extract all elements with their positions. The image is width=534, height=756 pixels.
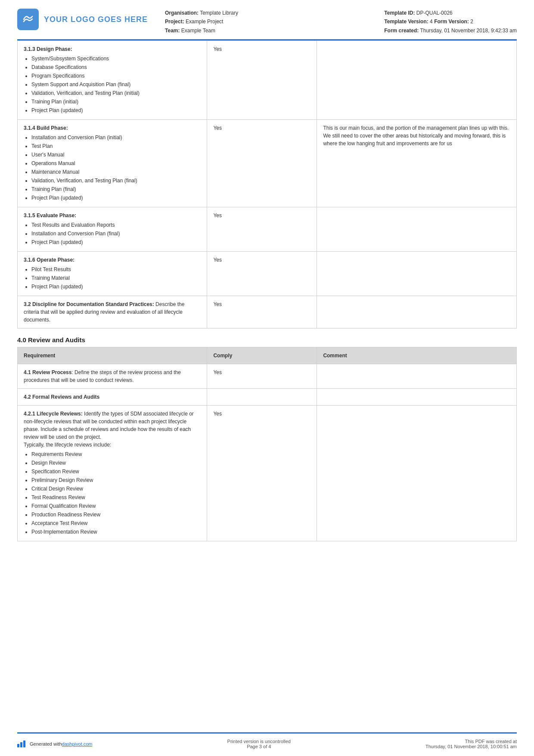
table-row: 4.2.1 Lifecycle Reviews: Identify the ty… — [18, 406, 517, 541]
table-row: 4.1 Review Process: Define the steps of … — [18, 364, 517, 389]
comply-313: Yes — [207, 41, 317, 120]
list-item: Program Specifications — [31, 72, 201, 80]
template-id-value: DP-QUAL-0026 — [416, 10, 453, 16]
phase-421-bullets: Requirements Review Design Review Specif… — [31, 450, 201, 536]
col-header-comment: Comment — [317, 347, 517, 364]
req-421-text2: Typically, the lifecycle reviews include… — [24, 442, 111, 448]
list-item: Preliminary Design Review — [31, 476, 201, 484]
logo-area: YOUR LOGO GOES HERE — [17, 9, 148, 30]
phase-315-title: 3.1.5 Evaluate Phase: — [24, 212, 201, 219]
template-id-label: Template ID: — [384, 10, 415, 16]
list-item: Post-Implementation Review — [31, 528, 201, 536]
list-item: Specification Review — [31, 468, 201, 475]
comply-32: Yes — [207, 296, 317, 328]
list-item: Critical Design Review — [31, 485, 201, 493]
list-item: Production Readiness Review — [31, 511, 201, 519]
table-row: 3.1.4 Build Phase: Installation and Conv… — [18, 120, 517, 207]
bar2 — [20, 742, 22, 747]
comment-316 — [317, 252, 517, 296]
form-version-value: 2 — [470, 19, 473, 25]
footer-left: Generated with dashpivot.com — [17, 740, 93, 747]
list-item: Training Material — [31, 274, 201, 282]
logo-icon — [17, 9, 39, 30]
comment-41 — [317, 364, 517, 389]
footer-pdf-created: This PDF was created at — [425, 739, 517, 744]
bar1 — [17, 744, 19, 747]
logo-text: YOUR LOGO GOES HERE — [44, 15, 148, 24]
footer-right: This PDF was created at Thursday, 01 Nov… — [425, 739, 517, 749]
list-item: Test Plan — [31, 142, 201, 150]
table-row: 3.1.3 Design Phase: System/Subsystem Spe… — [18, 41, 517, 120]
list-item: System Support and Acquisition Plan (fin… — [31, 81, 201, 88]
req-421-bold: 4.2.1 Lifecycle Reviews: — [24, 411, 83, 417]
list-item: Acceptance Test Review — [31, 519, 201, 527]
section-4-heading: 4.0 Review and Audits — [17, 336, 517, 344]
comment-42 — [317, 389, 517, 406]
template-version-label: Template Version: — [384, 19, 428, 25]
footer-pdf-datetime: Thursday, 01 November 2018, 10:00:51 am — [425, 744, 517, 749]
list-item: Project Plan (updated) — [31, 283, 201, 291]
page-footer: Generated with dashpivot.com Printed ver… — [17, 732, 517, 756]
phase-313-bullets: System/Subsystem Specifications Database… — [31, 55, 201, 114]
footer-page: Page 3 of 4 — [227, 744, 291, 749]
comply-421: Yes — [207, 406, 317, 541]
comply-315: Yes — [207, 207, 317, 252]
list-item: Training Plan (initial) — [31, 98, 201, 106]
phase-316-title: 3.1.6 Operate Phase: — [24, 256, 201, 264]
form-created-label: Form created: — [384, 28, 419, 34]
form-version-label: Form Version: — [434, 19, 469, 25]
phase-314-title: 3.1.4 Build Phase: — [24, 124, 201, 132]
team-value: Example Team — [181, 28, 215, 34]
table-row: 4.2 Formal Reviews and Audits — [18, 389, 517, 406]
list-item: Pilot Test Results — [31, 266, 201, 273]
col-header-comply: Comply — [207, 347, 317, 364]
comply-314: Yes — [207, 120, 317, 207]
page-header: YOUR LOGO GOES HERE Organisation: Templa… — [17, 0, 517, 41]
list-item: Maintenance Manual — [31, 168, 201, 176]
req-32-bold: 3.2 Discipline for Documentation Standar… — [24, 301, 154, 307]
comply-42 — [207, 389, 317, 406]
list-item: User's Manual — [31, 151, 201, 159]
bar3 — [23, 740, 25, 747]
generated-text: Generated with — [30, 741, 62, 747]
phase-316-bullets: Pilot Test Results Training Material Pro… — [31, 266, 201, 291]
org-label: Organisation: — [165, 10, 199, 16]
list-item: Validation, Verification, and Testing Pl… — [31, 177, 201, 184]
table-row: 3.1.5 Evaluate Phase: Test Results and E… — [18, 207, 517, 252]
list-item: Training Plan (final) — [31, 185, 201, 193]
org-value: Template Library — [200, 10, 238, 16]
footer-center: Printed version is uncontrolled Page 3 o… — [227, 739, 291, 749]
list-item: Requirements Review — [31, 450, 201, 458]
req-42-bold: 4.2 Formal Reviews and Audits — [24, 394, 99, 400]
dashpivot-icon — [17, 740, 26, 747]
list-item: Test Results and Evaluation Reports — [31, 221, 201, 229]
table-row: 3.2 Discipline for Documentation Standar… — [18, 296, 517, 328]
list-item: Database Specifications — [31, 63, 201, 71]
form-created-value: Thursday, 01 November 2018, 9:42:33 am — [420, 28, 517, 34]
main-table-2: Requirement Comply Comment 4.1 Review Pr… — [17, 347, 517, 541]
comment-421 — [317, 406, 517, 541]
comment-32 — [317, 296, 517, 328]
req-41-bold: 4.1 Review Process — [24, 369, 71, 375]
list-item: Formal Qualification Review — [31, 502, 201, 510]
team-label: Team: — [165, 28, 180, 34]
comment-315 — [317, 207, 517, 252]
dashpivot-link[interactable]: dashpivot.com — [62, 741, 93, 747]
list-item: Operations Manual — [31, 159, 201, 167]
list-item: Validation, Verification, and Testing Pl… — [31, 89, 201, 97]
comment-313 — [317, 41, 517, 120]
list-item: Project Plan (updated) — [31, 106, 201, 114]
header-right: Template ID: DP-QUAL-0026 Template Versi… — [384, 9, 517, 35]
list-item: System/Subsystem Specifications — [31, 55, 201, 62]
list-item: Installation and Conversion Plan (final) — [31, 230, 201, 237]
list-item: Design Review — [31, 459, 201, 467]
project-label: Project: — [165, 19, 184, 25]
project-value: Example Project — [186, 19, 223, 25]
list-item: Project Plan (updated) — [31, 194, 201, 202]
phase-313-title: 3.1.3 Design Phase: — [24, 45, 201, 53]
comply-316: Yes — [207, 252, 317, 296]
comply-41: Yes — [207, 364, 317, 389]
template-version-value: 4 — [430, 19, 433, 25]
list-item: Test Readiness Review — [31, 494, 201, 501]
list-item: Project Plan (updated) — [31, 238, 201, 246]
